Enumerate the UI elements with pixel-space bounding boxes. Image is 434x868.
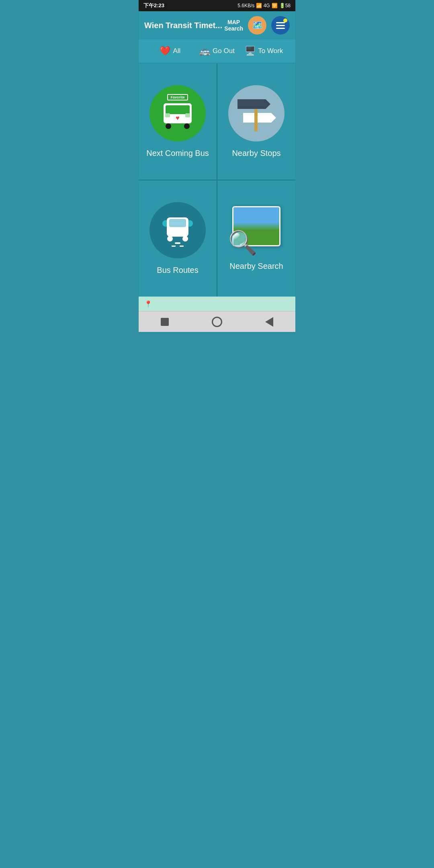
filter-tab-to-work[interactable]: 🖥️ To Work bbox=[240, 43, 287, 59]
svg-point-2 bbox=[166, 123, 171, 129]
bus-routes-label: Bus Routes bbox=[157, 266, 198, 275]
bus-routes-cell[interactable]: Bus Routes bbox=[139, 180, 217, 297]
signpost-icon-circle bbox=[228, 85, 285, 141]
square-icon bbox=[161, 318, 169, 326]
filter-tab-all[interactable]: ❤️ All bbox=[147, 43, 194, 59]
filter-tab-go-out-label: Go Out bbox=[213, 47, 235, 55]
svg-rect-18 bbox=[180, 246, 184, 247]
svg-point-14 bbox=[167, 236, 173, 242]
bus-favorite-icon: Favorite ♥ bbox=[149, 85, 206, 141]
menu-button[interactable] bbox=[271, 16, 290, 35]
go-out-bus-icon: 🚌 bbox=[199, 46, 210, 56]
location-pin-icon: 📍 bbox=[144, 300, 152, 308]
menu-notification-dot bbox=[283, 18, 287, 23]
nearby-search-cell[interactable]: 🔍 Nearby Search bbox=[217, 180, 295, 297]
nearby-stops-cell[interactable]: Nearby Stops bbox=[217, 63, 295, 180]
map-search-button[interactable]: MAP Search bbox=[224, 19, 243, 32]
header-actions: MAP Search 🗺️ bbox=[224, 16, 290, 35]
nav-bar bbox=[139, 311, 295, 332]
main-grid: Favorite ♥ Next Coming Bus bbox=[139, 63, 295, 297]
nearby-stops-label: Nearby Stops bbox=[232, 149, 280, 158]
svg-rect-13 bbox=[169, 219, 186, 227]
svg-marker-8 bbox=[243, 113, 276, 123]
svg-point-15 bbox=[182, 236, 188, 242]
triangle-back-icon bbox=[265, 317, 273, 327]
svg-rect-1 bbox=[166, 105, 190, 114]
favorite-label: Favorite bbox=[167, 94, 188, 100]
status-bar: 下午2:23 5.6KB/s 📶 4G 🛜 🔋58 bbox=[139, 0, 295, 11]
to-work-desk-icon: 🖥️ bbox=[245, 46, 256, 56]
filter-tabs: ❤️ All 🚌 Go Out 🖥️ To Work bbox=[139, 39, 295, 63]
nav-square-button[interactable] bbox=[158, 315, 172, 329]
app-title: Wien Transit Timet... bbox=[144, 21, 224, 30]
signpost-svg bbox=[234, 95, 278, 131]
next-coming-bus-label: Next Coming Bus bbox=[146, 149, 209, 158]
svg-point-3 bbox=[184, 123, 190, 129]
map-icon-button[interactable]: 🗺️ bbox=[248, 16, 266, 35]
next-coming-bus-cell[interactable]: Favorite ♥ Next Coming Bus bbox=[139, 63, 217, 180]
svg-marker-7 bbox=[237, 99, 270, 109]
status-time: 下午2:23 bbox=[143, 2, 164, 9]
bottom-bar: 📍 bbox=[139, 297, 295, 311]
nearby-search-icon: 🔍 bbox=[228, 206, 285, 254]
status-battery: 🔋58 bbox=[279, 3, 291, 8]
svg-rect-4 bbox=[165, 113, 170, 117]
all-heart-icon: ❤️ bbox=[160, 46, 170, 56]
svg-text:♥: ♥ bbox=[176, 115, 180, 121]
circle-icon bbox=[212, 317, 222, 327]
svg-rect-9 bbox=[254, 109, 258, 131]
filter-tab-all-label: All bbox=[173, 47, 180, 55]
svg-rect-16 bbox=[175, 242, 180, 244]
bus-routes-icon bbox=[149, 202, 206, 258]
status-network: 📶 4G bbox=[256, 3, 270, 8]
bus-svg: ♥ bbox=[160, 97, 196, 129]
status-speed: 5.6KB/s bbox=[237, 3, 254, 8]
magnify-icon: 🔍 bbox=[228, 229, 257, 256]
svg-rect-17 bbox=[172, 246, 176, 247]
nav-home-button[interactable] bbox=[210, 315, 224, 329]
nearby-search-label: Nearby Search bbox=[229, 262, 283, 271]
status-wifi: 🛜 bbox=[272, 3, 278, 8]
nav-back-button[interactable] bbox=[262, 315, 276, 329]
svg-rect-5 bbox=[185, 113, 190, 117]
status-right: 5.6KB/s 📶 4G 🛜 🔋58 bbox=[237, 3, 291, 8]
header: Wien Transit Timet... MAP Search 🗺️ bbox=[139, 11, 295, 39]
train-bus-svg bbox=[160, 213, 196, 248]
filter-tab-to-work-label: To Work bbox=[258, 47, 283, 55]
filter-tab-go-out[interactable]: 🚌 Go Out bbox=[194, 43, 241, 59]
